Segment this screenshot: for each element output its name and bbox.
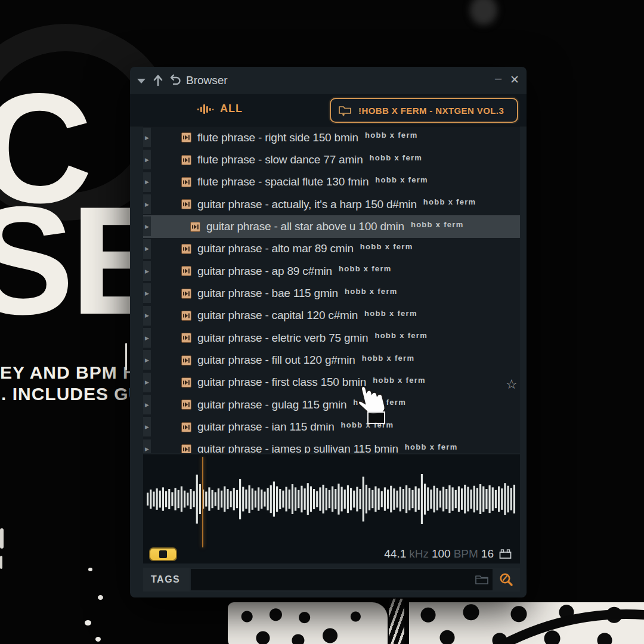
sample-name: guitar phrase - gulag 115 gmin	[197, 398, 346, 411]
sample-row[interactable]: ▶ guitar phrase - james p sullivan 115 b…	[143, 438, 520, 453]
stop-icon	[159, 550, 167, 558]
background-caption-line1: EY AND BPM HI	[0, 363, 142, 383]
sample-tag: hobb x ferm	[339, 264, 392, 273]
row-grip-icon: ▶	[143, 373, 151, 392]
background-edge-mark	[0, 528, 4, 549]
smart-find-button[interactable]	[493, 568, 520, 592]
sample-name: guitar phrase - all star above u 100 dmi…	[206, 220, 404, 233]
row-grip-icon: ▶	[143, 216, 151, 236]
minimize-button[interactable]: –	[495, 72, 501, 85]
sample-name: guitar phrase - capital 120 c#min	[197, 309, 358, 322]
row-grip-icon: ▶	[143, 194, 151, 214]
sample-name: flute phrase - spacial flute 130 fmin	[197, 175, 369, 188]
audio-clip-icon	[181, 244, 191, 254]
sample-row[interactable]: ▶ guitar phrase - gulag 115 gmin hobb x …	[143, 394, 520, 416]
sample-row[interactable]: ▶ guitar phrase - first class 150 bmin h…	[143, 371, 520, 394]
audio-clip-icon	[190, 222, 200, 232]
row-grip-icon: ▶	[143, 128, 151, 147]
sample-tag: hobb x ferm	[345, 287, 398, 296]
sample-tag: hobb x ferm	[411, 220, 464, 229]
playhead-line	[202, 457, 203, 547]
texture-streaks	[389, 599, 404, 644]
row-grip-icon: ▶	[143, 261, 151, 281]
sample-row[interactable]: ▶ flute phrase - spacial flute 130 fmin …	[143, 171, 520, 193]
sample-row[interactable]: ▶ guitar phrase - alto mar 89 cmin hobb …	[143, 238, 520, 260]
move-up-icon[interactable]	[151, 74, 165, 87]
sample-row[interactable]: ▶ guitar phrase - fill out 120 g#min hob…	[143, 349, 520, 371]
row-grip-icon: ▶	[143, 239, 151, 259]
browse-folder-icon[interactable]	[475, 573, 489, 586]
sample-name: flute phrase - slow dance 77 amin	[197, 153, 363, 166]
sample-row[interactable]: ▶ guitar phrase - bae 115 gmin hobb x fe…	[143, 282, 520, 304]
waveform-panel: 44.1 kHz 100 BPM 16	[143, 454, 520, 564]
sample-row[interactable]: ▶ guitar phrase - ian 115 dmin hobb x fe…	[143, 416, 520, 438]
pack-filter-label: !HOBB X FERM - NXTGEN VOL.3	[358, 106, 504, 116]
beats-value: 16	[481, 547, 494, 561]
tags-label: TAGS	[143, 568, 190, 592]
background-texture-band	[0, 599, 644, 644]
sample-tag: hobb x ferm	[364, 309, 417, 318]
row-grip-icon: ▶	[143, 306, 151, 326]
sample-name: guitar phrase - actually, it's a harp 15…	[197, 198, 417, 211]
folder-add-icon	[338, 104, 352, 116]
audio-clip-icon	[181, 333, 191, 343]
sample-row[interactable]: ▶ guitar phrase - all star above u 100 d…	[143, 215, 520, 237]
sample-row[interactable]: ▶ flute phrase - slow dance 77 amin hobb…	[143, 148, 520, 171]
tab-all[interactable]: ALL	[197, 103, 243, 115]
sample-row[interactable]: ▶ flute phrase - right side 150 bmin hob…	[143, 126, 520, 148]
tab-all-label: ALL	[220, 103, 243, 115]
tags-search-input[interactable]	[191, 569, 493, 590]
background-smudge	[470, 0, 497, 25]
audio-clip-icon	[181, 132, 191, 143]
row-grip-icon: ▶	[143, 350, 151, 370]
browser-window: Browser – ✕ ALL	[130, 67, 527, 597]
sample-list: ▶ flute phrase - right side 150 bmin hob…	[143, 126, 520, 453]
tempo-unit: BPM	[454, 547, 478, 561]
tempo-value: 100	[432, 547, 451, 561]
scroll-marker	[125, 343, 127, 370]
audio-clip-icon	[181, 400, 191, 410]
background-artwork: C SE EY AND BPM HI . INCLUDES GU Browser…	[0, 0, 644, 644]
row-grip-icon: ▶	[143, 328, 151, 348]
background-edge-mark	[0, 556, 2, 569]
row-grip-icon: ▶	[143, 172, 151, 192]
sample-name: guitar phrase - eletric verb 75 gmin	[197, 332, 368, 345]
sample-tag: hobb x ferm	[360, 242, 413, 251]
sample-row[interactable]: ▶ guitar phrase - actually, it's a harp …	[143, 193, 520, 215]
collapse-icon[interactable]	[137, 79, 145, 83]
back-icon[interactable]	[168, 74, 181, 87]
pack-filter-button[interactable]: !HOBB X FERM - NXTGEN VOL.3	[330, 98, 518, 123]
row-grip-icon: ▶	[143, 417, 151, 436]
background-speck	[88, 568, 92, 571]
sample-tag: hobb x ferm	[362, 354, 415, 363]
close-button[interactable]: ✕	[510, 73, 519, 86]
sample-name: guitar phrase - ap 89 c#min	[197, 265, 332, 278]
stop-preview-button[interactable]	[149, 547, 177, 561]
sample-tag: hobb x ferm	[375, 175, 428, 184]
sample-row[interactable]: ▶ guitar phrase - capital 120 c#min hobb…	[143, 305, 520, 327]
row-grip-icon: ▶	[143, 439, 151, 453]
sample-name: guitar phrase - ian 115 dmin	[197, 420, 335, 434]
window-title: Browser	[186, 74, 228, 87]
titlebar: Browser – ✕	[130, 67, 527, 94]
sample-name: flute phrase - right side 150 bmin	[197, 131, 358, 144]
background-caption-line2: . INCLUDES GU	[1, 384, 142, 404]
sample-tag: hobb x ferm	[423, 197, 476, 206]
row-grip-icon: ▶	[143, 150, 151, 169]
halftone-blob	[228, 602, 388, 644]
audio-clip-icon	[181, 444, 191, 453]
waveform-icon	[197, 103, 215, 115]
sample-row[interactable]: ▶ guitar phrase - eletric verb 75 gmin h…	[143, 327, 520, 349]
sample-name: guitar phrase - fill out 120 g#min	[197, 354, 355, 367]
bars-length-icon	[499, 549, 512, 559]
sample-tag: hobb x ferm	[374, 331, 428, 340]
sample-tag: hobb x ferm	[365, 131, 418, 140]
audio-clip-icon	[181, 289, 191, 299]
sample-name: guitar phrase - first class 150 bmin	[197, 376, 366, 389]
favorite-star-icon[interactable]: ☆	[506, 377, 518, 392]
sample-tag: hobb x ferm	[370, 153, 423, 162]
sample-row[interactable]: ▶ guitar phrase - ap 89 c#min hobb x fer…	[143, 260, 520, 282]
sample-name: guitar phrase - james p sullivan 115 bmi…	[197, 442, 398, 453]
audio-clip-icon	[181, 311, 191, 321]
drag-ghost-rect	[367, 411, 385, 424]
